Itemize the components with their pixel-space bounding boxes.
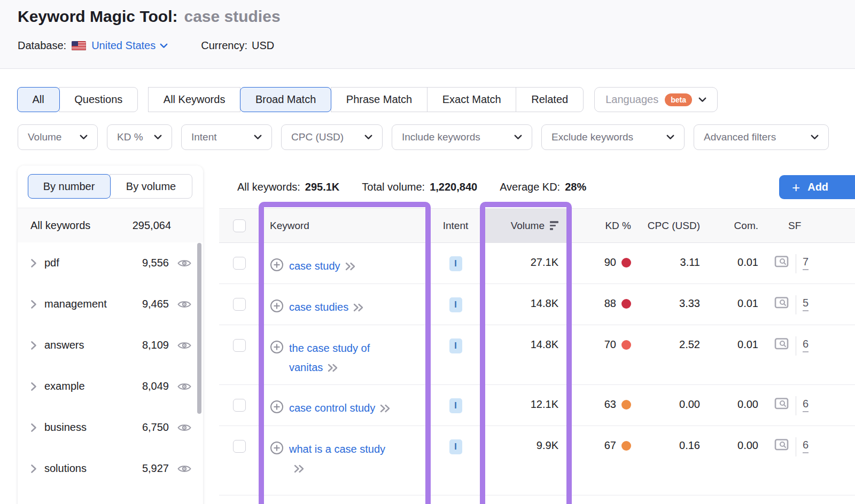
com-cell: 0.00 <box>708 426 761 495</box>
serp-features-icon[interactable] <box>774 337 789 353</box>
volume-cell: 14.8K <box>481 284 572 325</box>
languages-dropdown[interactable]: Languages beta <box>594 87 718 112</box>
serp-features-count-link[interactable]: 7 <box>803 255 809 270</box>
add-to-list-icon[interactable] <box>270 258 284 274</box>
sidebar-scrollbar[interactable] <box>197 243 201 414</box>
kd-value: 67 <box>604 439 616 452</box>
row-checkbox[interactable] <box>233 440 246 453</box>
row-checkbox[interactable] <box>233 399 246 412</box>
expand-keyword-icon[interactable] <box>379 399 391 419</box>
add-to-list-icon[interactable] <box>270 340 284 357</box>
select-all-checkbox[interactable] <box>233 219 246 232</box>
match-tab[interactable]: Broad Match <box>240 87 331 112</box>
search-query: case studies <box>184 7 280 26</box>
serp-features-count-link[interactable]: 6 <box>803 397 809 412</box>
eye-icon[interactable] <box>177 464 191 474</box>
chevron-right-icon[interactable] <box>30 258 37 268</box>
chevron-right-icon[interactable] <box>30 341 37 350</box>
filter-label: KD % <box>117 131 143 143</box>
match-tab[interactable]: Questions <box>59 87 138 112</box>
keyword-group-item[interactable]: business 6,750 <box>18 407 203 448</box>
keyword-group-item[interactable]: answers 8,109 <box>18 325 203 366</box>
eye-icon[interactable] <box>177 382 191 391</box>
column-header-sf[interactable]: SF <box>761 209 855 242</box>
match-tab[interactable]: Exact Match <box>427 87 517 112</box>
serp-features-count-link[interactable]: 5 <box>803 296 809 311</box>
divider <box>796 336 796 356</box>
chevron-right-icon[interactable] <box>30 464 37 474</box>
add-to-list-icon[interactable] <box>270 400 284 416</box>
eye-icon[interactable] <box>177 300 191 309</box>
sort-toggle-option[interactable]: By number <box>28 174 111 199</box>
match-tab[interactable]: All Keywords <box>148 87 241 112</box>
eye-icon[interactable] <box>177 258 191 268</box>
keyword-group-item[interactable]: example 8,049 <box>18 366 203 407</box>
serp-features-count-link[interactable]: 6 <box>803 438 809 453</box>
filter-dropdown[interactable]: Exclude keywords <box>541 124 685 150</box>
keyword-link[interactable]: case study <box>289 260 340 272</box>
column-header-intent[interactable]: Intent <box>430 209 481 242</box>
add-to-list-icon[interactable] <box>270 441 284 458</box>
eye-icon[interactable] <box>177 423 191 432</box>
filter-dropdown[interactable]: Volume <box>18 124 98 150</box>
eye-icon[interactable] <box>177 341 191 350</box>
chevron-down-icon <box>698 97 706 103</box>
column-header-volume[interactable]: Volume <box>481 209 572 242</box>
intent-badge[interactable]: I <box>449 398 462 413</box>
column-header-cpc[interactable]: CPC (USD) <box>639 209 708 242</box>
match-tab[interactable]: Related <box>516 87 584 112</box>
serp-features-icon[interactable] <box>774 397 789 413</box>
filter-dropdown[interactable]: Include keywords <box>392 124 532 150</box>
column-header-com[interactable]: Com. <box>708 209 761 242</box>
add-button[interactable]: + Add <box>779 175 855 199</box>
keyword-group-item[interactable]: management 9,465 <box>18 284 203 325</box>
all-keywords-row[interactable]: All keywords 295,064 <box>18 208 203 242</box>
serp-features-icon[interactable] <box>774 255 789 271</box>
all-keywords-label: All keywords <box>30 219 133 232</box>
volume-header-label: Volume <box>511 220 545 232</box>
keyword-link[interactable]: case studies <box>289 301 348 313</box>
match-tab[interactable]: Phrase Match <box>331 87 428 112</box>
intent-badge[interactable]: I <box>449 439 462 454</box>
match-tab[interactable]: All <box>17 87 60 112</box>
serp-features-count-link[interactable]: 6 <box>803 337 809 352</box>
chevron-right-icon[interactable] <box>30 423 37 432</box>
keyword-link[interactable]: what is a case study <box>289 443 385 455</box>
sort-toggle-option[interactable]: By volume <box>110 174 192 199</box>
expand-keyword-icon[interactable] <box>345 257 356 277</box>
group-count: 8,109 <box>142 339 169 351</box>
intent-badge[interactable]: I <box>449 256 462 271</box>
filter-dropdown[interactable]: CPC (USD) <box>281 124 383 150</box>
chevron-down-icon <box>154 135 162 140</box>
filter-dropdown[interactable]: Intent <box>181 124 272 150</box>
column-header-kd[interactable]: KD % <box>572 209 639 242</box>
keyword-link[interactable]: case control study <box>289 402 375 414</box>
chevron-right-icon[interactable] <box>30 300 37 309</box>
row-checkbox[interactable] <box>233 298 246 311</box>
intent-badge[interactable]: I <box>449 338 462 353</box>
keyword-group-item[interactable]: solutions 5,927 <box>18 448 203 489</box>
languages-label: Languages <box>605 93 658 106</box>
add-to-list-icon[interactable] <box>270 299 284 316</box>
kd-difficulty-dot <box>621 400 631 410</box>
table-body: case study I 27.1K 90 3.11 0.01 7 <box>219 243 855 495</box>
filter-label: Advanced filters <box>704 131 776 143</box>
chevron-down-icon <box>811 135 819 140</box>
filter-dropdown[interactable]: Advanced filters <box>694 124 829 150</box>
row-checkbox[interactable] <box>233 339 246 352</box>
serp-features-icon[interactable] <box>774 438 789 454</box>
expand-keyword-icon[interactable] <box>327 359 339 378</box>
expand-keyword-icon[interactable] <box>293 460 305 479</box>
keyword-group-item[interactable]: pdf 9,556 <box>18 242 203 284</box>
column-header-keyword[interactable]: Keyword <box>259 209 430 242</box>
stat-average-kd-label: Average KD: <box>500 181 560 193</box>
database-selector[interactable]: United States <box>91 40 168 52</box>
group-count: 6,750 <box>142 421 169 434</box>
chevron-right-icon[interactable] <box>30 382 37 391</box>
serp-features-icon[interactable] <box>774 296 789 312</box>
row-checkbox[interactable] <box>233 257 246 270</box>
currency-display: Currency: USD <box>201 40 274 52</box>
intent-badge[interactable]: I <box>449 297 462 312</box>
filter-dropdown[interactable]: KD % <box>107 124 172 150</box>
expand-keyword-icon[interactable] <box>353 298 364 318</box>
